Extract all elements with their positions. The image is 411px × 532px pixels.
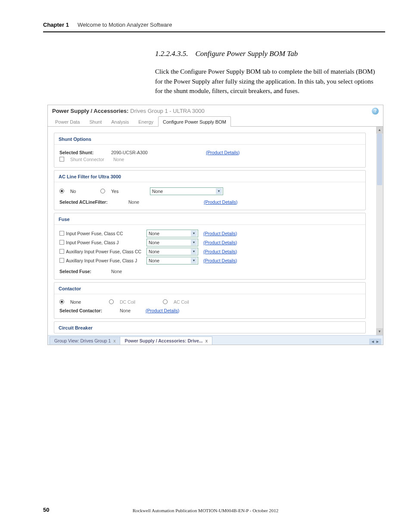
circuit-breaker-heading: Circuit Breaker [54, 322, 365, 333]
acline-yes-radio[interactable] [100, 189, 105, 193]
acline-panel: AC Line Filter for Ultra 3000 No Yes Non… [54, 170, 366, 210]
scrollbar[interactable]: ▲ ▼ [376, 127, 383, 335]
fuse-chk-3[interactable] [59, 258, 64, 263]
contactor-ac-radio[interactable] [163, 299, 168, 304]
chapter-label: Chapter 1 [43, 22, 69, 28]
tab-bar: Power Data Shunt Analysis Energy Configu… [48, 116, 383, 127]
acline-product-details-link[interactable]: (Product Details) [204, 199, 237, 205]
window-body: ▲ ▼ Shunt Options Selected Shunt: 2090-U… [48, 127, 383, 335]
tab-configure-bom[interactable]: Configure Power Supply BOM [158, 116, 231, 127]
fuse-chk-2[interactable] [59, 249, 64, 254]
fuse-label-3: Auxillary Input Power Fuse, Class J [66, 258, 137, 263]
acline-no-label: No [70, 189, 83, 194]
footer-tab-power-supply[interactable]: Power Supply / Accessories: Drive... x [120, 336, 212, 345]
selected-shunt-label: Selected Shunt: [59, 150, 107, 155]
shunt-connector-label: Shunt Connector [70, 157, 109, 162]
window-titlebar: Power Supply / Accessories: Drives Group… [48, 105, 383, 116]
page-header: Chapter 1 Welcome to Motion Analyzer Sof… [43, 22, 385, 28]
chevron-down-icon: ▼ [191, 230, 197, 236]
contactor-heading: Contactor [54, 283, 365, 294]
tab-energy[interactable]: Energy [134, 116, 158, 127]
footer-tab-nav[interactable]: ◄ ► [369, 339, 381, 345]
header-rule [43, 31, 385, 32]
fuse-panel: Fuse Input Power Fuse, Class CC None▼ (P… [54, 213, 366, 280]
acline-selected-label: Selected ACLineFilter: [59, 199, 124, 205]
fuse-chk-1[interactable] [59, 240, 64, 245]
chapter-title: Welcome to Motion Analyzer Software [78, 22, 172, 28]
scroll-down-icon[interactable]: ▼ [376, 328, 383, 335]
fuse-dd-0[interactable]: None▼ [146, 230, 198, 237]
contactor-product-details-link[interactable]: (Product Details) [146, 308, 179, 313]
shunt-product-details-link[interactable]: (Product Details) [206, 150, 240, 155]
close-icon[interactable]: x [113, 338, 115, 343]
footer-tab-bar: Group View: Drives Group 1 x Power Suppl… [48, 335, 383, 345]
fuse-link-3[interactable]: (Product Details) [203, 258, 237, 263]
tab-power-data[interactable]: Power Data [50, 116, 84, 127]
contactor-none-radio[interactable] [59, 299, 64, 304]
fuse-dd-1[interactable]: None▼ [146, 239, 198, 246]
fuse-selected-label: Selected Fuse: [59, 269, 107, 274]
shunt-panel: Shunt Options Selected Shunt: 2090-UCSR-… [54, 133, 366, 168]
scroll-up-icon[interactable]: ▲ [376, 127, 383, 134]
publication-line: Rockwell Automation Publication MOTION-U… [0, 508, 411, 513]
fuse-dd-value-0: None [149, 231, 159, 236]
section-title: Configure Power Supply BOM Tab [196, 50, 298, 58]
fuse-label-2: Auxillary Input Power Fuse, Class CC [66, 249, 141, 254]
footer-tab-group-view-label: Group View: Drives Group 1 [54, 338, 111, 343]
fuse-chk-0[interactable] [59, 231, 64, 236]
fuse-label-1: Input Power Fuse, Class J [66, 240, 119, 245]
acline-yes-label: Yes [111, 189, 124, 194]
contactor-dc-label: DC Coil [120, 299, 141, 305]
fuse-dd-3[interactable]: None▼ [146, 257, 198, 264]
fuse-link-0[interactable]: (Product Details) [203, 231, 237, 236]
fuse-dd-value-1: None [149, 240, 159, 245]
shunt-connector-checkbox [59, 157, 64, 162]
body-paragraph: Click the Configure Power Supply BOM tab… [155, 67, 381, 96]
fuse-link-1[interactable]: (Product Details) [203, 240, 237, 245]
chevron-down-icon: ▼ [191, 249, 197, 255]
contactor-ac-label: AC Coil [174, 299, 189, 305]
fuse-label-0: Input Power Fuse, Class CC [66, 231, 123, 236]
screenshot-window: Power Supply / Accessories: Drives Group… [47, 105, 383, 345]
contactor-selected-value: None [120, 308, 141, 313]
chevron-down-icon: ▼ [216, 188, 222, 194]
chevron-down-icon: ▼ [191, 258, 197, 264]
close-icon[interactable]: x [205, 338, 208, 343]
footer-tab-group-view[interactable]: Group View: Drives Group 1 x [50, 336, 120, 345]
contactor-none-label: None [70, 299, 92, 305]
shunt-heading: Shunt Options [54, 133, 365, 145]
contactor-panel: Contactor None DC Coil AC Coil Selected … [54, 282, 366, 319]
fuse-dd-2[interactable]: None▼ [146, 248, 198, 255]
section-heading: 1.2.2.4.3.5. Configure Power Supply BOM … [155, 50, 385, 58]
shunt-connector-value: None [113, 157, 124, 162]
section-number: 1.2.2.4.3.5. [155, 50, 188, 58]
fuse-dd-value-3: None [149, 258, 159, 263]
footer-tab-power-supply-label: Power Supply / Accessories: Drive... [125, 338, 202, 343]
selected-shunt-value: 2090-UCSR-A300 [111, 150, 163, 155]
fuse-link-2[interactable]: (Product Details) [203, 249, 237, 254]
contactor-dc-radio[interactable] [109, 299, 114, 304]
acline-no-radio[interactable] [59, 189, 64, 193]
chevron-down-icon: ▼ [191, 240, 197, 246]
fuse-dd-value-2: None [149, 249, 159, 254]
help-icon[interactable]: ? [372, 108, 379, 115]
tab-analysis[interactable]: Analysis [106, 116, 134, 127]
acline-dropdown-value: None [152, 189, 163, 194]
contactor-selected-label: Selected Contactor: [59, 308, 115, 313]
scroll-thumb[interactable] [377, 134, 382, 185]
window-title-sub: Drives Group 1 - ULTRA 3000 [130, 108, 204, 114]
acline-heading: AC Line Filter for Ultra 3000 [54, 171, 365, 182]
acline-selected-value: None [128, 199, 154, 205]
tab-shunt[interactable]: Shunt [84, 116, 106, 127]
acline-dropdown[interactable]: None ▼ [150, 187, 223, 195]
fuse-selected-value: None [111, 269, 122, 274]
fuse-heading: Fuse [54, 213, 365, 225]
circuit-breaker-panel: Circuit Breaker [54, 321, 366, 333]
window-title-label: Power Supply / Accessories: [52, 108, 128, 114]
